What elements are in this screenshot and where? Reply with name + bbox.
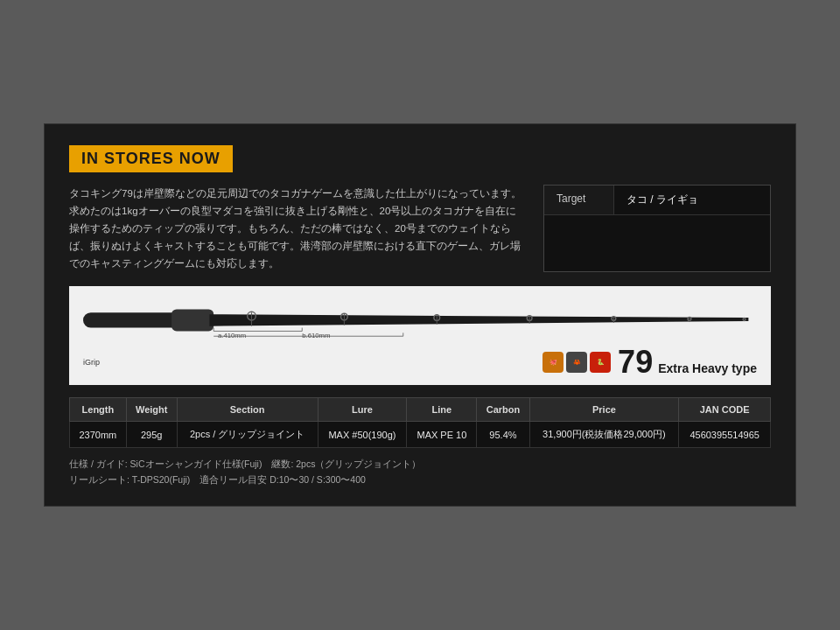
svg-rect-1	[172, 310, 214, 332]
val-line: MAX PE 10	[407, 422, 477, 448]
model-type: Extra Heavy type	[658, 361, 757, 375]
svg-text:a.410mm: a.410mm	[218, 332, 246, 340]
val-price: 31,900円(税抜価格29,000円)	[529, 422, 679, 448]
specs-table: Length Weight Section Lure Line Carbon P…	[69, 397, 771, 448]
rod-image-area: a.410mm b.610mm iGrip 🐙 🦀 🐍	[83, 295, 757, 378]
rod-svg: a.410mm b.610mm	[83, 295, 757, 346]
rod-image-section: a.410mm b.610mm iGrip 🐙 🦀 🐍	[69, 286, 771, 385]
svg-marker-2	[209, 315, 748, 326]
val-section: 2pcs / グリップジョイント	[177, 422, 318, 448]
val-length: 2370mm	[70, 422, 127, 448]
footer-notes: 仕様 / ガイド: SiCオーシャンガイド仕様(Fuji) 継数: 2pcs（グ…	[69, 457, 771, 488]
footer-line1: 仕様 / ガイド: SiCオーシャンガイド仕様(Fuji) 継数: 2pcs（グ…	[69, 457, 771, 472]
target-row: Target タコ / ライギョ	[544, 186, 770, 215]
col-weight: Weight	[126, 398, 177, 422]
col-section: Section	[177, 398, 318, 422]
col-line: Line	[407, 398, 477, 422]
col-jancode: JAN CODE	[679, 398, 771, 422]
dara-icon: 🦀	[566, 352, 587, 373]
in-stores-badge: IN STORES NOW	[69, 145, 233, 172]
tako-icon: 🐙	[542, 352, 564, 373]
col-length: Length	[70, 398, 127, 422]
top-section: タコキング79は岸壁際などの足元周辺でのタコガナゲームを意識した仕上がりになって…	[69, 185, 771, 273]
val-carbon: 95.4%	[477, 422, 529, 448]
col-lure: Lure	[318, 398, 407, 422]
brand-icons: 🐙 🦀 🐍	[542, 352, 611, 373]
target-value: タコ / ライギョ	[614, 186, 710, 214]
val-lure: MAX #50(190g)	[318, 422, 407, 448]
svg-text:b.610mm: b.610mm	[302, 332, 330, 340]
val-jancode: 4560395514965	[679, 422, 771, 448]
rod-bottom-bar: iGrip 🐙 🦀 🐍 79 Extra Heavy type	[83, 346, 757, 378]
model-number: 79	[618, 346, 653, 378]
grip-label: iGrip	[83, 358, 100, 367]
specs-header-row: Length Weight Section Lure Line Carbon P…	[70, 398, 771, 422]
product-card: IN STORES NOW タコキング79は岸壁際などの足元周辺でのタコガナゲー…	[44, 123, 796, 507]
footer-line2: リールシート: T-DPS20(Fuji) 適合リール目安 D:10〜30 / …	[69, 472, 771, 488]
specs-data-row: 2370mm 295g 2pcs / グリップジョイント MAX #50(190…	[70, 422, 771, 448]
col-price: Price	[529, 398, 679, 422]
product-description: タコキング79は岸壁際などの足元周辺でのタコガナゲームを意識した仕上がりになって…	[69, 185, 526, 273]
target-box: Target タコ / ライギョ	[543, 185, 771, 273]
snake-icon: 🐍	[590, 352, 611, 373]
col-carbon: Carbon	[477, 398, 529, 422]
val-weight: 295g	[126, 422, 177, 448]
target-label: Target	[544, 186, 614, 214]
